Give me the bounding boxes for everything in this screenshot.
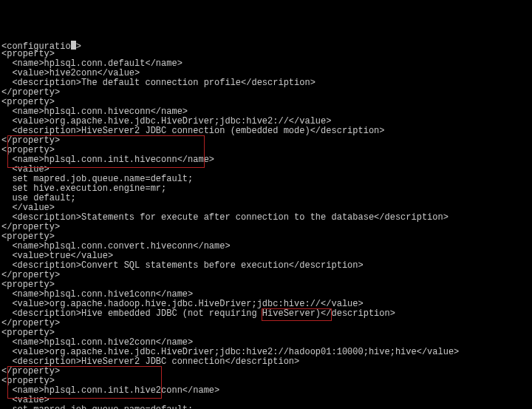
terminal-line: </property>	[1, 271, 531, 280]
terminal-line: <description>HiveServer2 JDBC connection…	[1, 126, 531, 136]
terminal-line: </property>	[1, 88, 531, 98]
terminal-line: <name>hplsql.conn.init.hive2conn</name>	[1, 386, 531, 396]
terminal-line: use default;	[1, 194, 531, 203]
terminal-line: </property>	[1, 136, 531, 146]
terminal-line: <name>hplsql.conn.init.hiveconn</name>	[1, 155, 531, 165]
terminal-line: </property>	[1, 223, 531, 232]
terminal-line: <description>The default connection prof…	[1, 78, 531, 88]
text-cursor	[71, 41, 76, 50]
terminal-line: <description>Convert SQL statements befo…	[1, 261, 531, 271]
terminal-line: set hive.execution.engine=mr;	[1, 184, 531, 194]
terminal-line: <description>Statements for execute afte…	[1, 213, 531, 223]
terminal-line: <configuratio>	[1, 40, 531, 50]
terminal-line: </property>	[1, 367, 531, 376]
terminal-line: </property>	[1, 319, 531, 328]
terminal-line: <description>Hive embedded JDBC (not req…	[1, 309, 531, 319]
terminal-line: set mapred.job.queue.name=default;	[1, 405, 531, 409]
terminal-line: <description>HiveServer2 JDBC connection…	[1, 357, 531, 367]
terminal-output: <configuratio><property> <name>hplsql.co…	[1, 40, 531, 409]
